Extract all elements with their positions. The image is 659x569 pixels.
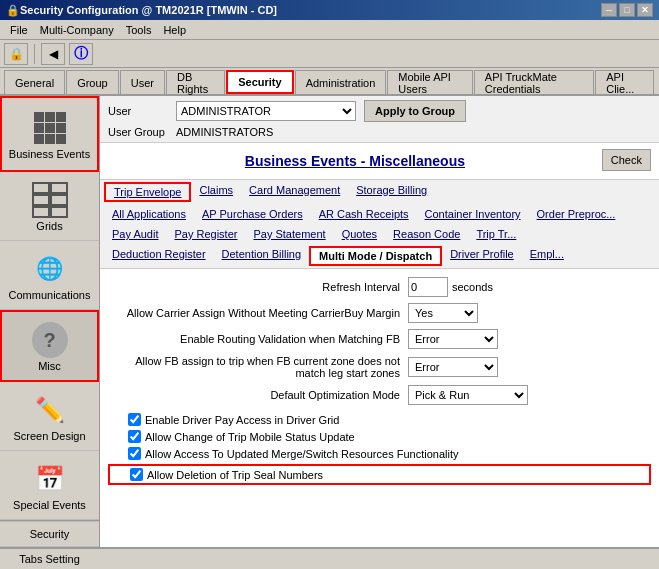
carrier-assign-select[interactable]: Yes No xyxy=(408,303,478,323)
sub-tab-deduction-register[interactable]: Deduction Register xyxy=(104,246,214,266)
tab-db-rights[interactable]: DB Rights xyxy=(166,70,225,94)
business-events-label-container: Business Events xyxy=(0,96,99,172)
sub-tab-ar-cash-receipts[interactable]: AR Cash Receipts xyxy=(311,206,417,222)
fb-assign-select[interactable]: Error Warning None xyxy=(408,357,498,377)
refresh-interval-input[interactable] xyxy=(408,277,448,297)
grid-icon xyxy=(30,108,70,148)
sidebar-item-special-events[interactable]: 📅 Special Events xyxy=(0,451,99,520)
user-select[interactable]: ADMINISTRATOR xyxy=(176,101,356,121)
menu-file[interactable]: File xyxy=(4,22,34,38)
section-title-row: Business Events - Miscellaneous Check xyxy=(100,143,659,180)
sub-tab-pay-register[interactable]: Pay Register xyxy=(166,226,245,242)
menu-multi-company[interactable]: Multi-Company xyxy=(34,22,120,38)
svg-rect-2 xyxy=(56,112,66,122)
main-panel: User ADMINISTRATOR Apply to Group User G… xyxy=(100,96,659,547)
sub-tab-trip-envelope[interactable]: Trip Envelope xyxy=(104,182,191,202)
svg-rect-9 xyxy=(33,183,49,193)
tab-group[interactable]: Group xyxy=(66,70,119,94)
sidebar-item-screen-design-label: Screen Design xyxy=(13,430,85,442)
allow-change-trip-label: Allow Change of Trip Mobile Status Updat… xyxy=(145,431,355,443)
sidebar-item-special-events-label: Special Events xyxy=(13,499,86,511)
svg-rect-13 xyxy=(33,207,49,217)
sub-tab-detention-billing[interactable]: Detention Billing xyxy=(214,246,310,266)
enable-driver-pay-label: Enable Driver Pay Access in Driver Grid xyxy=(145,414,339,426)
allow-deletion-seal-checkbox[interactable] xyxy=(130,468,143,481)
svg-rect-10 xyxy=(51,183,67,193)
content-area: Business Events Grids 🌐 Communications xyxy=(0,96,659,547)
tab-user[interactable]: User xyxy=(120,70,165,94)
sidebar-item-misc[interactable]: ? Misc xyxy=(0,310,99,382)
allow-access-merge-checkbox[interactable] xyxy=(128,447,141,460)
svg-rect-7 xyxy=(45,134,55,144)
svg-rect-0 xyxy=(34,112,44,122)
menu-help[interactable]: Help xyxy=(157,22,192,38)
optimization-select[interactable]: Pick & Run Best Fit Other xyxy=(408,385,528,405)
sub-tab-row-3: Pay Audit Pay Register Pay Statement Quo… xyxy=(100,224,659,244)
checkbox-row-1: Enable Driver Pay Access in Driver Grid xyxy=(108,413,651,426)
sub-tab-driver-profile[interactable]: Driver Profile xyxy=(442,246,522,266)
tab-mobile-api[interactable]: Mobile API Users xyxy=(387,70,472,94)
user-section: User ADMINISTRATOR Apply to Group User G… xyxy=(100,96,659,143)
section-title: Business Events - Miscellaneous xyxy=(108,147,602,175)
sub-tab-pay-statement[interactable]: Pay Statement xyxy=(245,226,333,242)
svg-rect-11 xyxy=(33,195,49,205)
checkbox-row-2: Allow Change of Trip Mobile Status Updat… xyxy=(108,430,651,443)
toolbar-back-button[interactable]: ◀ xyxy=(41,43,65,65)
sub-tab-pay-audit[interactable]: Pay Audit xyxy=(104,226,166,242)
maximize-button[interactable]: □ xyxy=(619,3,635,17)
apply-to-group-button[interactable]: Apply to Group xyxy=(364,100,466,122)
sub-tab-order-preproc[interactable]: Order Preproc... xyxy=(529,206,624,222)
sub-tab-all-applications[interactable]: All Applications xyxy=(104,206,194,222)
fb-assign-label: Allow FB assign to trip when FB current … xyxy=(108,355,408,379)
sidebar-item-communications[interactable]: 🌐 Communications xyxy=(0,241,99,310)
tab-general[interactable]: General xyxy=(4,70,65,94)
refresh-interval-unit: seconds xyxy=(452,281,493,293)
tab-api-clie[interactable]: API Clie... xyxy=(595,70,654,94)
sub-tab-multi-mode-dispatch[interactable]: Multi Mode / Dispatch xyxy=(309,246,442,266)
tab-administration[interactable]: Administration xyxy=(295,70,387,94)
toolbar-info-button[interactable]: ⓘ xyxy=(69,43,93,65)
sub-tab-container-inventory[interactable]: Container Inventory xyxy=(417,206,529,222)
title-bar-controls: ─ □ ✕ xyxy=(601,3,653,17)
minimize-button[interactable]: ─ xyxy=(601,3,617,17)
sidebar-footer-tabs-setting[interactable]: Tabs Setting xyxy=(0,546,99,569)
sub-tab-quotes[interactable]: Quotes xyxy=(334,226,385,242)
checkbox-row-3: Allow Access To Updated Merge/Switch Res… xyxy=(108,447,651,460)
checkbox-row-4: Allow Deletion of Trip Seal Numbers xyxy=(108,464,651,485)
calendar-icon: 📅 xyxy=(30,459,70,499)
tab-api-truckmate[interactable]: API TruckMate Credentials xyxy=(474,70,594,94)
allow-access-merge-label: Allow Access To Updated Merge/Switch Res… xyxy=(145,448,458,460)
sub-tab-storage-billing[interactable]: Storage Billing xyxy=(348,182,435,202)
sidebar-item-grids[interactable]: Grids xyxy=(0,172,99,241)
refresh-interval-row: Refresh Interval seconds xyxy=(108,277,651,297)
allow-deletion-seal-label: Allow Deletion of Trip Seal Numbers xyxy=(147,469,323,481)
allow-change-trip-checkbox[interactable] xyxy=(128,430,141,443)
routing-validation-select[interactable]: Error Warning None xyxy=(408,329,498,349)
check-button[interactable]: Check xyxy=(602,149,651,171)
sub-tab-empl[interactable]: Empl... xyxy=(522,246,572,266)
menu-tools[interactable]: Tools xyxy=(120,22,158,38)
globe-icon: 🌐 xyxy=(30,249,70,289)
svg-rect-6 xyxy=(34,134,44,144)
sub-tab-claims[interactable]: Claims xyxy=(191,182,241,202)
sidebar-item-business-events[interactable]: Business Events xyxy=(4,100,95,168)
enable-driver-pay-checkbox[interactable] xyxy=(128,413,141,426)
sidebar-item-screen-design[interactable]: ✏️ Screen Design xyxy=(0,382,99,451)
sidebar-item-misc-label: Misc xyxy=(38,360,61,372)
toolbar-separator-1 xyxy=(34,44,35,64)
sidebar-item-grids-label: Grids xyxy=(36,220,62,232)
sub-tab-reason-code[interactable]: Reason Code xyxy=(385,226,468,242)
sub-tab-row-1: Trip Envelope Claims Card Management Sto… xyxy=(100,180,659,204)
sidebar-footer-security[interactable]: Security xyxy=(0,521,99,546)
svg-rect-14 xyxy=(51,207,67,217)
sub-tab-card-management[interactable]: Card Management xyxy=(241,182,348,202)
sub-tab-ap-purchase-orders[interactable]: AP Purchase Orders xyxy=(194,206,311,222)
sub-tab-trip-tr[interactable]: Trip Tr... xyxy=(468,226,524,242)
tab-security[interactable]: Security xyxy=(226,70,293,94)
main-tabs: General Group User DB Rights Security Ad… xyxy=(0,68,659,96)
svg-rect-4 xyxy=(45,123,55,133)
optimization-row: Default Optimization Mode Pick & Run Bes… xyxy=(108,385,651,405)
toolbar: 🔒 ◀ ⓘ xyxy=(0,40,659,68)
toolbar-icon-app[interactable]: 🔒 xyxy=(4,43,28,65)
close-button[interactable]: ✕ xyxy=(637,3,653,17)
